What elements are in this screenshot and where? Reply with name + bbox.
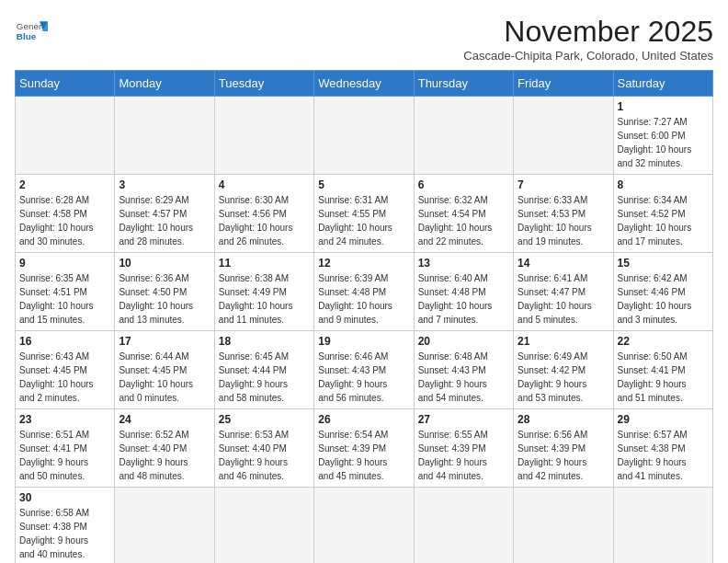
day-info: Sunrise: 6:57 AM Sunset: 4:38 PM Dayligh…: [618, 428, 709, 483]
calendar-day-cell: 25Sunrise: 6:53 AM Sunset: 4:40 PM Dayli…: [214, 409, 313, 488]
calendar-day-cell: 9Sunrise: 6:35 AM Sunset: 4:51 PM Daylig…: [16, 253, 115, 331]
day-number: 19: [318, 335, 409, 348]
calendar-day-cell: 8Sunrise: 6:34 AM Sunset: 4:52 PM Daylig…: [613, 175, 712, 253]
calendar-day-cell: [314, 97, 414, 175]
day-number: 14: [518, 257, 609, 270]
day-number: 25: [219, 413, 310, 426]
location-subtitle: Cascade-Chipita Park, Colorado, United S…: [463, 49, 713, 63]
calendar-day-cell: 2Sunrise: 6:28 AM Sunset: 4:58 PM Daylig…: [16, 175, 115, 253]
calendar-day-cell: 27Sunrise: 6:55 AM Sunset: 4:39 PM Dayli…: [414, 409, 513, 488]
day-of-week-header: Sunday: [16, 71, 115, 97]
day-info: Sunrise: 6:32 AM Sunset: 4:54 PM Dayligh…: [418, 193, 509, 248]
day-of-week-header: Monday: [115, 71, 214, 97]
calendar-day-cell: [214, 97, 313, 175]
day-number: 8: [618, 178, 709, 191]
calendar-day-cell: 3Sunrise: 6:29 AM Sunset: 4:57 PM Daylig…: [115, 175, 214, 253]
day-of-week-header: Friday: [514, 71, 613, 97]
calendar-day-cell: 1Sunrise: 7:27 AM Sunset: 6:00 PM Daylig…: [613, 97, 712, 175]
calendar-week-row: 2Sunrise: 6:28 AM Sunset: 4:58 PM Daylig…: [16, 175, 713, 253]
logo: General Blue: [15, 15, 48, 48]
day-info: Sunrise: 6:34 AM Sunset: 4:52 PM Dayligh…: [618, 193, 709, 248]
day-number: 5: [318, 178, 409, 191]
day-info: Sunrise: 6:46 AM Sunset: 4:43 PM Dayligh…: [318, 350, 409, 405]
calendar-day-cell: [414, 97, 513, 175]
calendar-day-cell: 7Sunrise: 6:33 AM Sunset: 4:53 PM Daylig…: [514, 175, 613, 253]
calendar-day-cell: 6Sunrise: 6:32 AM Sunset: 4:54 PM Daylig…: [414, 175, 513, 253]
day-number: 1: [618, 100, 709, 113]
calendar-week-row: 23Sunrise: 6:51 AM Sunset: 4:41 PM Dayli…: [16, 409, 713, 488]
day-info: Sunrise: 6:31 AM Sunset: 4:55 PM Dayligh…: [318, 193, 409, 248]
day-info: Sunrise: 6:43 AM Sunset: 4:45 PM Dayligh…: [19, 350, 110, 405]
day-number: 11: [219, 257, 310, 270]
day-info: Sunrise: 6:29 AM Sunset: 4:57 PM Dayligh…: [119, 193, 210, 248]
calendar-week-row: 9Sunrise: 6:35 AM Sunset: 4:51 PM Daylig…: [16, 253, 713, 331]
day-info: Sunrise: 6:39 AM Sunset: 4:48 PM Dayligh…: [318, 271, 409, 327]
day-number: 29: [618, 413, 709, 426]
calendar-day-cell: 23Sunrise: 6:51 AM Sunset: 4:41 PM Dayli…: [16, 409, 115, 488]
day-number: 13: [418, 257, 509, 270]
calendar-day-cell: 30Sunrise: 6:58 AM Sunset: 4:38 PM Dayli…: [16, 488, 115, 564]
day-of-week-header: Wednesday: [314, 71, 414, 97]
day-number: 9: [19, 257, 110, 270]
day-info: Sunrise: 6:35 AM Sunset: 4:51 PM Dayligh…: [19, 271, 110, 327]
calendar-table: SundayMondayTuesdayWednesdayThursdayFrid…: [15, 70, 713, 563]
day-info: Sunrise: 6:56 AM Sunset: 4:39 PM Dayligh…: [518, 428, 609, 483]
calendar-day-cell: [214, 488, 313, 564]
day-number: 26: [318, 413, 409, 426]
calendar-day-cell: 28Sunrise: 6:56 AM Sunset: 4:39 PM Dayli…: [514, 409, 613, 488]
title-area: November 2025 Cascade-Chipita Park, Colo…: [463, 15, 713, 63]
calendar-day-cell: 22Sunrise: 6:50 AM Sunset: 4:41 PM Dayli…: [613, 331, 712, 409]
calendar-day-cell: 18Sunrise: 6:45 AM Sunset: 4:44 PM Dayli…: [214, 331, 313, 409]
calendar-day-cell: [514, 488, 613, 564]
day-number: 10: [119, 257, 210, 270]
day-number: 12: [318, 257, 409, 270]
calendar-day-cell: 24Sunrise: 6:52 AM Sunset: 4:40 PM Dayli…: [115, 409, 214, 488]
day-info: Sunrise: 6:40 AM Sunset: 4:48 PM Dayligh…: [418, 271, 509, 327]
calendar-day-cell: [16, 97, 115, 175]
day-info: Sunrise: 6:51 AM Sunset: 4:41 PM Dayligh…: [19, 428, 110, 483]
day-number: 3: [119, 178, 210, 191]
calendar-day-cell: 21Sunrise: 6:49 AM Sunset: 4:42 PM Dayli…: [514, 331, 613, 409]
calendar-day-cell: 13Sunrise: 6:40 AM Sunset: 4:48 PM Dayli…: [414, 253, 513, 331]
svg-text:Blue: Blue: [17, 31, 37, 41]
day-number: 2: [19, 178, 110, 191]
day-info: Sunrise: 6:30 AM Sunset: 4:56 PM Dayligh…: [219, 193, 310, 248]
calendar-day-cell: 15Sunrise: 6:42 AM Sunset: 4:46 PM Dayli…: [613, 253, 712, 331]
day-number: 4: [219, 178, 310, 191]
day-info: Sunrise: 6:42 AM Sunset: 4:46 PM Dayligh…: [618, 271, 709, 327]
calendar-header-row: SundayMondayTuesdayWednesdayThursdayFrid…: [16, 71, 713, 97]
day-of-week-header: Tuesday: [214, 71, 313, 97]
day-info: Sunrise: 6:58 AM Sunset: 4:38 PM Dayligh…: [19, 506, 110, 561]
day-number: 30: [19, 491, 110, 504]
day-number: 18: [219, 335, 310, 348]
page-header: General Blue November 2025 Cascade-Chipi…: [15, 15, 713, 63]
calendar-day-cell: 12Sunrise: 6:39 AM Sunset: 4:48 PM Dayli…: [314, 253, 414, 331]
day-info: Sunrise: 6:50 AM Sunset: 4:41 PM Dayligh…: [618, 350, 709, 405]
day-number: 27: [418, 413, 509, 426]
calendar-day-cell: 10Sunrise: 6:36 AM Sunset: 4:50 PM Dayli…: [115, 253, 214, 331]
calendar-day-cell: 16Sunrise: 6:43 AM Sunset: 4:45 PM Dayli…: [16, 331, 115, 409]
calendar-day-cell: 29Sunrise: 6:57 AM Sunset: 4:38 PM Dayli…: [613, 409, 712, 488]
calendar-day-cell: [414, 488, 513, 564]
day-info: Sunrise: 6:54 AM Sunset: 4:39 PM Dayligh…: [318, 428, 409, 483]
day-of-week-header: Thursday: [414, 71, 513, 97]
calendar-week-row: 16Sunrise: 6:43 AM Sunset: 4:45 PM Dayli…: [16, 331, 713, 409]
day-number: 15: [618, 257, 709, 270]
logo-icon: General Blue: [15, 15, 48, 48]
day-info: Sunrise: 7:27 AM Sunset: 6:00 PM Dayligh…: [618, 115, 709, 170]
day-number: 16: [19, 335, 110, 348]
day-info: Sunrise: 6:49 AM Sunset: 4:42 PM Dayligh…: [518, 350, 609, 405]
calendar-day-cell: 26Sunrise: 6:54 AM Sunset: 4:39 PM Dayli…: [314, 409, 414, 488]
day-number: 24: [119, 413, 210, 426]
day-info: Sunrise: 6:44 AM Sunset: 4:45 PM Dayligh…: [119, 350, 210, 405]
calendar-day-cell: 20Sunrise: 6:48 AM Sunset: 4:43 PM Dayli…: [414, 331, 513, 409]
day-number: 7: [518, 178, 609, 191]
calendar-week-row: 1Sunrise: 7:27 AM Sunset: 6:00 PM Daylig…: [16, 97, 713, 175]
day-number: 6: [418, 178, 509, 191]
calendar-day-cell: [115, 488, 214, 564]
day-number: 20: [418, 335, 509, 348]
day-info: Sunrise: 6:38 AM Sunset: 4:49 PM Dayligh…: [219, 271, 310, 327]
calendar-day-cell: 4Sunrise: 6:30 AM Sunset: 4:56 PM Daylig…: [214, 175, 313, 253]
day-info: Sunrise: 6:33 AM Sunset: 4:53 PM Dayligh…: [518, 193, 609, 248]
calendar-day-cell: 11Sunrise: 6:38 AM Sunset: 4:49 PM Dayli…: [214, 253, 313, 331]
